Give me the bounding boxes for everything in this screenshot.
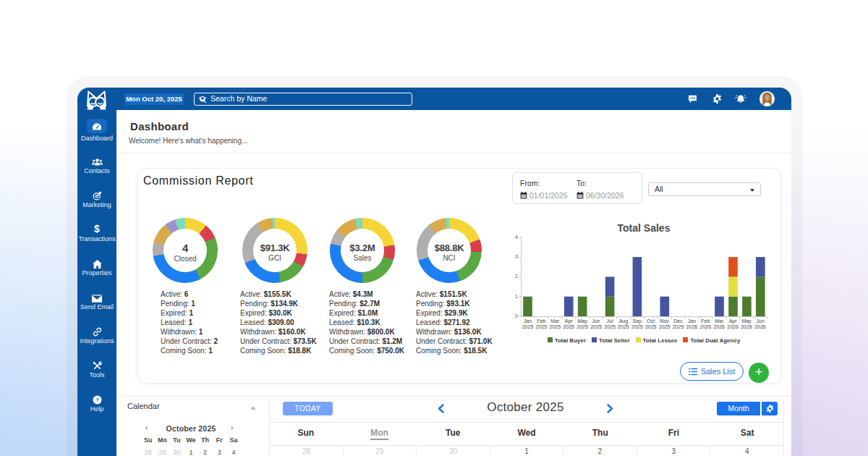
svg-text:Jun: Jun	[756, 318, 764, 324]
svg-text:2025: 2025	[604, 324, 616, 329]
svg-text:0: 0	[515, 313, 518, 318]
svg-text:Mar: Mar	[550, 318, 560, 324]
svg-text:May: May	[577, 318, 587, 324]
svg-text:Feb: Feb	[537, 318, 545, 324]
svg-text:Sep: Sep	[633, 318, 642, 324]
svg-text:Feb: Feb	[701, 318, 710, 324]
svg-text:2025: 2025	[631, 324, 643, 329]
svg-text:Jun: Jun	[592, 318, 600, 324]
svg-text:3: 3	[515, 254, 518, 259]
svg-text:Jan: Jan	[688, 318, 696, 324]
svg-text:2025: 2025	[673, 324, 684, 329]
svg-text:Apr: Apr	[565, 318, 574, 324]
svg-text:Jul: Jul	[607, 318, 613, 324]
svg-text:2026: 2026	[713, 324, 725, 329]
svg-text:Nov: Nov	[660, 318, 669, 324]
svg-text:Mar: Mar	[715, 318, 724, 324]
svg-text:2026: 2026	[754, 324, 766, 329]
svg-text:2025: 2025	[618, 324, 629, 329]
svg-text:2025: 2025	[563, 324, 574, 329]
svg-text:Jan: Jan	[524, 318, 532, 324]
svg-text:Oct: Oct	[647, 318, 655, 324]
svg-text:Aug: Aug	[619, 318, 629, 324]
svg-text:2025: 2025	[536, 324, 548, 329]
svg-text:2025: 2025	[590, 324, 602, 329]
svg-text:Apr: Apr	[729, 318, 738, 324]
svg-text:1: 1	[515, 294, 518, 299]
svg-text:2025: 2025	[550, 324, 561, 329]
svg-text:2025: 2025	[659, 324, 671, 329]
svg-text:2026: 2026	[727, 324, 739, 329]
svg-text:2026: 2026	[686, 324, 698, 329]
svg-text:2026: 2026	[741, 324, 752, 329]
svg-text:2: 2	[515, 274, 518, 279]
svg-text:May: May	[741, 318, 752, 324]
svg-text:2025: 2025	[576, 324, 588, 329]
svg-text:4: 4	[515, 235, 518, 240]
svg-text:?: ?	[95, 397, 99, 403]
svg-text:Dec: Dec	[673, 318, 683, 324]
svg-text:2025: 2025	[645, 324, 657, 329]
svg-text:2026: 2026	[700, 324, 712, 329]
svg-text:2025: 2025	[522, 324, 534, 329]
